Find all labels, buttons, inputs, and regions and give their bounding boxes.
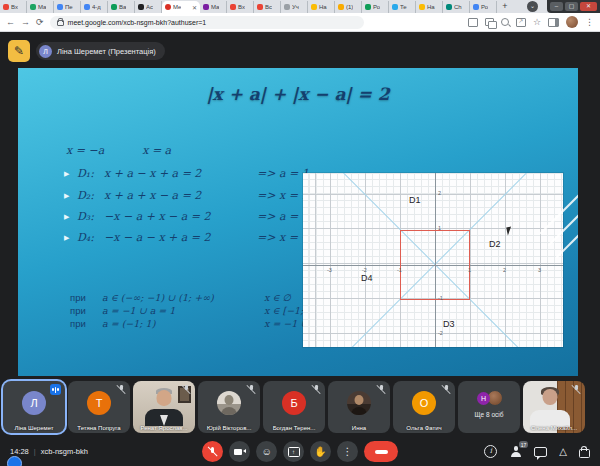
back-icon[interactable]: ← xyxy=(6,17,15,27)
info-button[interactable]: i xyxy=(484,445,497,458)
browser-tab[interactable]: Ро xyxy=(470,1,497,13)
browser-menu-icon[interactable]: ⋮ xyxy=(585,17,594,27)
browser-tab[interactable]: Пе xyxy=(54,1,81,13)
case-res: => a = 1 xyxy=(257,167,309,180)
address-bar[interactable]: meet.google.com/xcb-nsgm-bkh?authuser=1 xyxy=(50,16,364,29)
zoom-extension-icon[interactable] xyxy=(501,18,509,26)
case-label: D₃: xyxy=(77,210,104,223)
reload-icon[interactable]: ⟳ xyxy=(36,17,44,27)
prelim-left: x = −a xyxy=(66,144,104,157)
bookmark-star-icon[interactable]: ☆ xyxy=(533,18,541,27)
forward-icon[interactable]: → xyxy=(21,17,30,27)
browser-tab[interactable]: Ва xyxy=(108,1,135,13)
participant-tile[interactable]: Ренат Ярослав... xyxy=(133,381,195,433)
participant-tile[interactable]: Инна xyxy=(328,381,390,433)
participant-name: Тетяна Попруга xyxy=(69,425,129,431)
participant-name: Ліна Шеремет xyxy=(4,425,64,431)
browser-window: Вх Ма Пе 4-д Ва Ас Ме ✕ Ма xyxy=(0,0,600,466)
participant-tile[interactable]: Юрій Вікторов... xyxy=(198,381,260,433)
mic-muted-icon xyxy=(116,384,126,394)
participant-tile[interactable]: О Ольга Фатич xyxy=(393,381,455,433)
participant-name: Ренат Ярослав... xyxy=(134,425,194,431)
presenter-chip[interactable]: Л Ліна Шеремет (Презентація) xyxy=(36,42,165,60)
case-row: ▶ D₂: x + a + x − a = 2 => x = 1 xyxy=(64,189,308,202)
browser-tab[interactable]: 4-д xyxy=(81,1,108,13)
browser-tab[interactable]: Ас xyxy=(135,1,162,13)
participant-photo-avatar xyxy=(217,391,241,415)
chat-button[interactable] xyxy=(534,447,547,457)
tab-close-icon[interactable]: ✕ xyxy=(192,4,197,11)
call-controls: ☺ ↑ ✋ ⋮ xyxy=(202,441,398,462)
browser-tab[interactable]: Уч xyxy=(281,1,308,13)
activities-button[interactable]: △ xyxy=(559,447,567,457)
people-button[interactable]: 17 xyxy=(509,446,522,457)
browser-tab[interactable]: На xyxy=(308,1,335,13)
overflow-participants-tile[interactable]: Н Ще 8 осіб xyxy=(458,381,520,433)
browser-tab[interactable]: Ма xyxy=(200,1,227,13)
case-eq: −x − a + x − a = 2 xyxy=(104,210,257,223)
more-options-button[interactable]: ⋮ xyxy=(337,441,358,462)
tab-favicon-icon xyxy=(338,4,344,10)
region-label-d4: D4 xyxy=(361,273,373,283)
browser-tab[interactable]: (1) xyxy=(335,1,362,13)
axis-tick: 1 xyxy=(438,225,441,231)
raise-hand-button[interactable]: ✋ xyxy=(310,441,331,462)
browser-tab[interactable]: Ch xyxy=(443,1,470,13)
tab-search-chevron-icon[interactable]: ⌄ xyxy=(527,1,538,12)
browser-tab[interactable]: Вх xyxy=(0,1,27,13)
mic-muted-icon xyxy=(311,384,321,394)
tab-title: Вх xyxy=(238,4,245,10)
mini-avatar: Н xyxy=(477,392,490,405)
case-label: D₁: xyxy=(77,167,104,180)
conclusion-cond: a = −1 ∪ a = 1 xyxy=(102,305,264,317)
mic-muted-icon xyxy=(571,384,581,394)
browser-tab[interactable]: На xyxy=(416,1,443,13)
participant-tile[interactable]: Т Тетяна Попруга xyxy=(68,381,130,433)
browser-tab[interactable]: Ме ✕ xyxy=(162,1,200,13)
reactions-button[interactable]: ☺ xyxy=(256,441,277,462)
participant-tile[interactable]: Олена Михайл... xyxy=(523,381,585,433)
mic-muted-icon xyxy=(246,384,256,394)
hand-icon: ✋ xyxy=(314,446,326,457)
participant-tile[interactable]: Б Богдан Терен... xyxy=(263,381,325,433)
mic-muted-icon xyxy=(376,384,386,394)
new-tab-button[interactable]: + xyxy=(499,1,511,13)
tab-title: На xyxy=(427,4,435,10)
camera-toggle-button[interactable] xyxy=(229,441,250,462)
tab-favicon-icon xyxy=(365,4,371,10)
axis-tick: 3 xyxy=(538,267,541,273)
presenter-avatar: Л xyxy=(39,45,52,58)
browser-tab[interactable]: Ма xyxy=(27,1,54,13)
tab-title: Ма xyxy=(211,4,219,10)
close-button[interactable]: ✕ xyxy=(580,2,597,11)
region-label-d3: D3 xyxy=(443,319,455,329)
tab-title: Ва xyxy=(119,4,126,10)
tab-favicon-icon xyxy=(84,4,90,10)
browser-tab[interactable]: Ро xyxy=(362,1,389,13)
extension-card-icon[interactable] xyxy=(468,18,478,27)
browser-tab[interactable]: Вх xyxy=(227,1,254,13)
share-icon[interactable] xyxy=(516,18,526,27)
host-controls-button[interactable] xyxy=(579,449,590,458)
url-text: meet.google.com/xcb-nsgm-bkh?authuser=1 xyxy=(68,19,207,26)
case-eq: −x − a − x + a = 2 xyxy=(104,231,257,244)
floating-participant-bubble[interactable] xyxy=(7,456,22,466)
end-call-button[interactable] xyxy=(364,441,398,462)
maximize-button[interactable]: ▢ xyxy=(565,2,578,11)
browser-tab[interactable]: Вс xyxy=(254,1,281,13)
annotation-extension-button[interactable]: ✎ xyxy=(8,40,30,62)
participant-avatar: Т xyxy=(87,391,111,415)
participant-tile[interactable]: Л Ліна Шеремет xyxy=(3,381,65,433)
side-panel-icon[interactable] xyxy=(548,18,559,27)
tab-group-icon[interactable] xyxy=(485,18,494,26)
browser-tab[interactable]: Те xyxy=(389,1,416,13)
present-button[interactable]: ↑ xyxy=(283,441,304,462)
tab-favicon-icon xyxy=(3,4,9,10)
participant-name: Олена Михайл... xyxy=(524,425,584,431)
profile-avatar[interactable] xyxy=(566,16,578,28)
participant-filmstrip: Л Ліна Шеремет Т Тетяна Попруга Ренат Яр… xyxy=(0,381,600,433)
minimize-button[interactable]: – xyxy=(550,2,563,11)
mic-toggle-button[interactable] xyxy=(202,441,223,462)
case-label: D₂: xyxy=(77,189,104,202)
window-controls: – ▢ ✕ xyxy=(547,0,600,13)
